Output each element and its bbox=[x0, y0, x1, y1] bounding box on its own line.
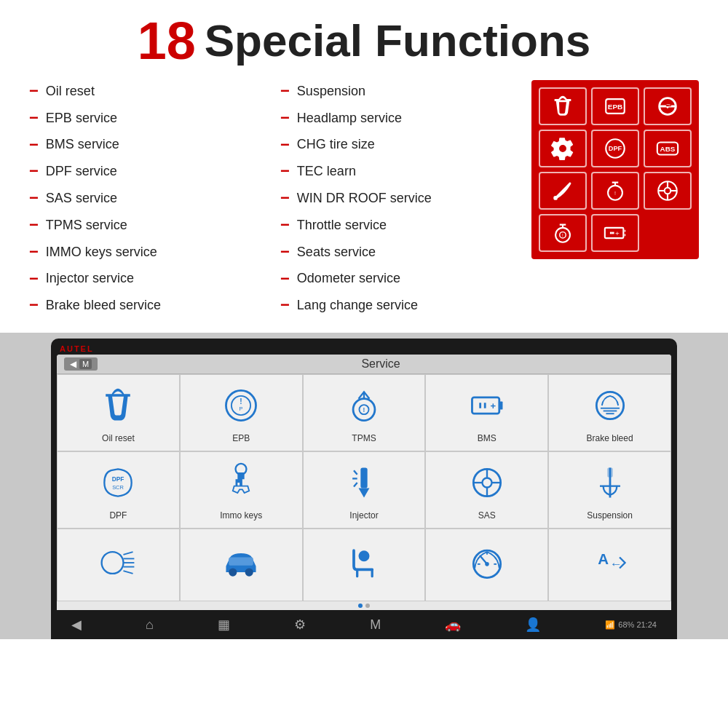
tablet: AUTEL ◀ M Service Oi bbox=[51, 339, 677, 639]
svg-point-65 bbox=[245, 569, 253, 577]
list-item: −SAS service bbox=[29, 187, 266, 210]
service-cell-immo-keys[interactable]: Immo keys bbox=[180, 451, 303, 529]
service-cell-brake-bleed[interactable]: Brake bleed bbox=[548, 374, 671, 451]
title-row: 18 Special Functions bbox=[22, 15, 706, 67]
service-cell-headlamp[interactable] bbox=[57, 529, 180, 601]
svg-text:SCR: SCR bbox=[113, 485, 124, 491]
immo-keys-label: Immo keys bbox=[220, 510, 262, 521]
svg-point-57 bbox=[102, 552, 124, 574]
grid-icon-dpf: DPF bbox=[591, 130, 639, 167]
service-cell-tpms[interactable]: ! TPMS bbox=[303, 374, 426, 451]
service-cell-seats[interactable] bbox=[303, 529, 426, 601]
pagination-dots bbox=[57, 601, 671, 610]
oil-reset-icon bbox=[96, 384, 140, 427]
car-icon bbox=[219, 541, 263, 585]
svg-line-45 bbox=[354, 470, 357, 475]
list-item: −Headlamp service bbox=[280, 107, 517, 130]
suspension-icon bbox=[588, 461, 632, 505]
icon-grid: EPB DPF ABS bbox=[531, 80, 699, 259]
back-button[interactable]: ◀ M bbox=[64, 357, 98, 371]
apps-nav-icon[interactable]: ▦ bbox=[218, 617, 230, 633]
list-item: −DPF service bbox=[29, 160, 266, 183]
list-item: −EPB service bbox=[29, 107, 266, 130]
service-cell-odometer[interactable] bbox=[425, 529, 548, 601]
wifi-icon: 📶 bbox=[605, 620, 615, 630]
list-item: −IMMO keys service bbox=[29, 241, 266, 264]
service-cell-car[interactable] bbox=[180, 529, 303, 601]
svg-rect-33 bbox=[499, 402, 503, 410]
svg-line-58 bbox=[124, 552, 133, 555]
grid-icon-oil bbox=[539, 87, 587, 125]
service-cell-sas[interactable]: SAS bbox=[425, 451, 548, 529]
service-app-title: Service bbox=[98, 357, 664, 371]
bms-label: BMS bbox=[478, 433, 496, 443]
dot-2 bbox=[365, 604, 370, 608]
headlamp-icon bbox=[96, 541, 140, 585]
service-cell-oil-reset[interactable]: Oil reset bbox=[57, 374, 180, 451]
svg-point-6 bbox=[553, 196, 558, 200]
tablet-brand: AUTEL bbox=[57, 343, 671, 355]
svg-line-47 bbox=[354, 483, 357, 487]
vehicle-nav-icon[interactable]: M bbox=[370, 617, 381, 633]
svg-point-49 bbox=[482, 478, 491, 488]
service-header: ◀ M Service bbox=[57, 355, 671, 374]
service-cell-epb[interactable]: ! P EPB bbox=[180, 374, 303, 451]
service-cell-suspension[interactable]: Suspension bbox=[548, 451, 671, 529]
epb-label: EPB bbox=[232, 433, 250, 443]
svg-text:DPF: DPF bbox=[112, 475, 124, 483]
service-cell-bms[interactable]: + BMS bbox=[425, 374, 548, 451]
list-item: −Brake bleed service bbox=[29, 294, 266, 317]
home-nav-icon[interactable]: ⌂ bbox=[146, 617, 154, 633]
list-item: −Throttle service bbox=[280, 214, 517, 237]
brake-bleed-label: Brake bleed bbox=[587, 433, 633, 443]
menu-icon-badge: M bbox=[79, 359, 92, 369]
grid-icon-wiper bbox=[539, 172, 587, 210]
svg-text:ABS: ABS bbox=[660, 145, 676, 153]
tpms-icon: ! bbox=[342, 384, 386, 427]
tpms-label: TPMS bbox=[352, 433, 376, 443]
list-item: −TEC learn bbox=[280, 160, 517, 183]
back-nav-icon[interactable]: ◀ bbox=[71, 617, 82, 633]
dpf-icon: DPF SCR bbox=[96, 461, 140, 505]
service-cell-dpf[interactable]: DPF SCR DPF bbox=[57, 451, 180, 529]
svg-text:!: ! bbox=[240, 397, 242, 405]
service-cell-injector[interactable]: Injector bbox=[303, 451, 426, 529]
car-nav-icon[interactable]: 🚗 bbox=[445, 617, 461, 633]
service-grid: Oil reset ! P EPB bbox=[57, 374, 671, 601]
svg-rect-63 bbox=[229, 558, 253, 566]
injector-label: Injector bbox=[349, 510, 378, 521]
settings-nav-icon[interactable]: ⚙ bbox=[294, 617, 306, 633]
svg-text:+: + bbox=[615, 229, 620, 237]
svg-text:A: A bbox=[598, 550, 609, 567]
immo-keys-icon bbox=[219, 461, 263, 505]
list-item: −WIN DR ROOF service bbox=[280, 187, 517, 210]
grid-icon-abs: ABS bbox=[644, 130, 692, 167]
list-item: −BMS service bbox=[29, 134, 266, 157]
list-item: −CHG tire size bbox=[280, 134, 517, 157]
svg-text:+: + bbox=[490, 400, 496, 411]
grid-icon-epb: EPB bbox=[591, 87, 639, 125]
list-item: −Odometer service bbox=[280, 268, 517, 290]
service-cell-lang-change[interactable]: A ← bbox=[548, 529, 671, 601]
seats-icon bbox=[342, 541, 386, 585]
epb-icon: ! P bbox=[219, 384, 263, 427]
bms-icon: + bbox=[465, 384, 509, 427]
grid-icon-battery: + bbox=[591, 214, 639, 252]
user-nav-icon[interactable]: 👤 bbox=[525, 617, 541, 633]
svg-text:EPB: EPB bbox=[608, 103, 622, 111]
svg-text:DPF: DPF bbox=[609, 145, 622, 152]
svg-point-66 bbox=[359, 550, 370, 561]
odometer-icon bbox=[465, 541, 509, 585]
sas-icon bbox=[465, 461, 509, 505]
grid-icon-tire-warning: ! bbox=[539, 214, 587, 252]
features-center: −Suspension −Headlamp service −CHG tire … bbox=[280, 80, 517, 321]
list-item: −Seats service bbox=[280, 241, 517, 264]
svg-text:!: ! bbox=[562, 233, 563, 238]
svg-text:!: ! bbox=[363, 407, 365, 414]
back-icon: ◀ bbox=[70, 359, 76, 369]
suspension-label: Suspension bbox=[587, 510, 633, 521]
battery-status: 68% 21:24 bbox=[618, 620, 657, 629]
svg-text:P: P bbox=[240, 406, 243, 413]
tablet-screen: ◀ M Service Oil reset bbox=[57, 355, 671, 610]
svg-point-69 bbox=[485, 562, 489, 566]
